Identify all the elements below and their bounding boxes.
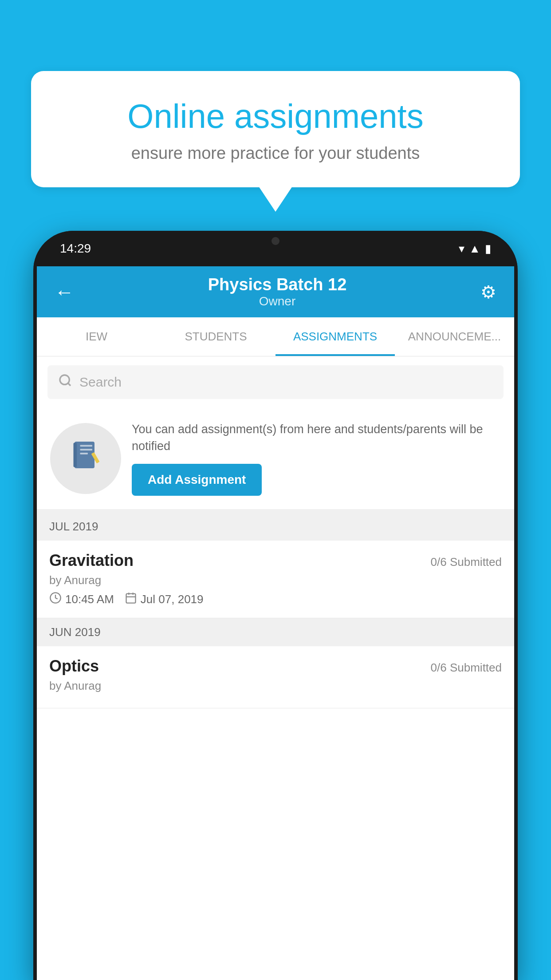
tab-students[interactable]: STUDENTS (156, 317, 276, 356)
calendar-icon (125, 592, 137, 607)
clock-icon (49, 592, 62, 607)
tab-iew[interactable]: IEW (37, 317, 156, 356)
svg-rect-9 (126, 593, 135, 603)
date-value-gravitation: Jul 07, 2019 (141, 593, 204, 606)
section-header-jun: JUN 2019 (37, 618, 514, 646)
batch-title: Physics Batch 12 (208, 275, 347, 294)
svg-line-1 (68, 383, 71, 386)
search-container: Search (37, 356, 514, 408)
section-header-jun-text: JUN 2019 (49, 625, 101, 639)
search-bar[interactable]: Search (47, 365, 504, 399)
promo-text: You can add assignment(s) from here and … (132, 421, 501, 455)
phone-top-bar: 14:29 ▾ ▲ ▮ (33, 231, 518, 266)
speech-bubble: Online assignments ensure more practice … (31, 71, 520, 187)
phone-time: 14:29 (60, 241, 91, 256)
assignment-name-optics: Optics (49, 657, 99, 676)
section-header-jul-text: JUL 2019 (49, 520, 98, 533)
status-icons: ▾ ▲ ▮ (459, 242, 491, 256)
phone-frame: 14:29 ▾ ▲ ▮ ← Physics Batch 12 Owner ⚙ I… (33, 231, 518, 980)
svg-point-0 (60, 375, 69, 384)
phone-screen: ← Physics Batch 12 Owner ⚙ IEW STUDENTS … (37, 266, 514, 980)
assignment-by-gravitation: by Anurag (49, 573, 502, 587)
section-header-jul: JUL 2019 (37, 513, 514, 541)
time-value-gravitation: 10:45 AM (65, 593, 114, 606)
search-placeholder: Search (79, 375, 122, 390)
settings-button[interactable]: ⚙ (480, 282, 496, 302)
assignment-submitted-optics: 0/6 Submitted (431, 661, 502, 675)
notebook-icon (68, 437, 103, 480)
promo-section: You can add assignment(s) from here and … (37, 408, 514, 513)
battery-icon: ▮ (485, 242, 491, 256)
assignment-item-gravitation[interactable]: Gravitation 0/6 Submitted by Anurag 10:4… (37, 541, 514, 618)
search-icon (58, 373, 72, 391)
promo-icon-circle (50, 423, 121, 494)
wifi-icon: ▾ (459, 242, 464, 256)
back-button[interactable]: ← (55, 281, 74, 303)
speech-bubble-container: Online assignments ensure more practice … (31, 71, 520, 187)
app-header: ← Physics Batch 12 Owner ⚙ (37, 266, 514, 317)
add-assignment-button[interactable]: Add Assignment (132, 464, 262, 496)
assignment-item-optics[interactable]: Optics 0/6 Submitted by Anurag (37, 646, 514, 708)
assignment-submitted-gravitation: 0/6 Submitted (431, 555, 502, 569)
meta-date-gravitation: Jul 07, 2019 (125, 592, 204, 607)
assignment-name-gravitation: Gravitation (49, 551, 134, 570)
assignment-meta-gravitation: 10:45 AM Jul 07, 2019 (49, 592, 502, 607)
assignment-by-optics: by Anurag (49, 679, 502, 693)
tab-assignments[interactable]: ASSIGNMENTS (276, 317, 395, 356)
camera-dot (272, 237, 279, 245)
assignment-row-optics: Optics 0/6 Submitted (49, 657, 502, 676)
bubble-title: Online assignments (62, 98, 489, 135)
tab-announcements[interactable]: ANNOUNCEME... (395, 317, 514, 356)
svg-rect-4 (80, 445, 93, 447)
notch (244, 231, 307, 251)
meta-time-gravitation: 10:45 AM (49, 592, 114, 607)
header-center: Physics Batch 12 Owner (208, 275, 347, 308)
svg-rect-6 (80, 453, 88, 454)
tabs-bar: IEW STUDENTS ASSIGNMENTS ANNOUNCEME... (37, 317, 514, 356)
svg-rect-3 (74, 443, 77, 467)
signal-icon: ▲ (469, 242, 480, 256)
promo-content: You can add assignment(s) from here and … (132, 421, 501, 496)
assignment-row-gravitation: Gravitation 0/6 Submitted (49, 551, 502, 570)
svg-rect-5 (80, 449, 93, 450)
bubble-subtitle: ensure more practice for your students (62, 144, 489, 163)
owner-label: Owner (208, 294, 347, 308)
